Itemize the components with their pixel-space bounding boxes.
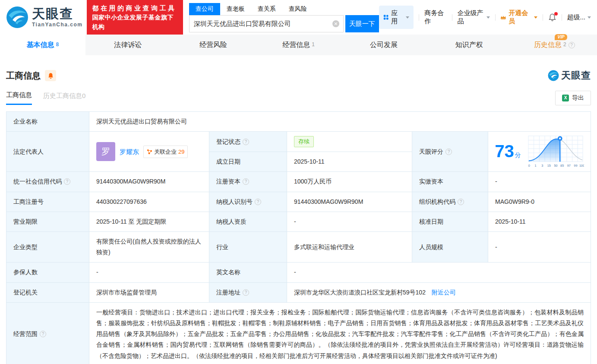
- help-icon[interactable]: [40, 331, 46, 337]
- taxpayer-id-label: 纳税人识别号: [209, 192, 287, 212]
- taxpayer-id-value: 91440300MAG0W9R90M: [287, 192, 412, 212]
- help-icon[interactable]: [569, 42, 575, 48]
- tianyancha-logo[interactable]: 天眼查 TianYanCha.com: [6, 6, 82, 28]
- table-row: 企业类型 有限责任公司(自然人投资或控股的法人独资) 行业 多式联运和运输代理业…: [6, 232, 591, 263]
- monitor-bell-button[interactable]: [45, 70, 56, 81]
- business-coop-link[interactable]: 商务合作: [424, 9, 446, 25]
- legal-rep-label: 法定代表人: [6, 132, 89, 172]
- label-text: 统一社会信用代码: [13, 178, 62, 185]
- bell-icon: [47, 73, 54, 79]
- score-cell: 73分: [488, 132, 591, 172]
- search-area: 查公司 查老板 查关系 查风险 天眼一下: [189, 2, 379, 32]
- help-icon[interactable]: [458, 199, 464, 205]
- company-name-value: 深圳天元优品进出口贸易有限公司: [89, 112, 591, 132]
- watermark-text: 天眼查: [561, 69, 591, 82]
- tab-label: 历史信息: [534, 41, 562, 50]
- tab-label: 经营风险: [199, 41, 227, 50]
- business-scope-value: 一般经营项目：货物进出口；技术进出口；进出口代理；报关业务；报检业务；国际船舶代…: [89, 302, 591, 364]
- tab-history-info[interactable]: VIP 历史信息 2: [512, 35, 597, 55]
- svg-text:97: 97: [567, 164, 570, 168]
- business-term-value: 2025-10-11 至 无固定期限: [89, 212, 209, 231]
- notifications-bell[interactable]: [548, 13, 556, 22]
- taxpayer-quality-value: -: [287, 212, 412, 231]
- enterprise-products-label: 企业级产品: [457, 9, 484, 25]
- help-icon[interactable]: [445, 149, 452, 155]
- clear-input-icon[interactable]: [332, 20, 339, 27]
- reg-authority-value: 深圳市市场监督管理局: [89, 282, 209, 302]
- export-label: 导出: [572, 94, 584, 102]
- tianyancha-watermark: 天眼查: [548, 69, 591, 82]
- apps-menu[interactable]: 应用: [379, 6, 414, 29]
- tab-business-info[interactable]: 经营信息 1: [256, 35, 341, 55]
- status-badge: 存续: [294, 136, 314, 147]
- score-distribution-chart: 0 1 3 15 50 85 97 99 100: [527, 134, 584, 169]
- score-value: 73: [495, 142, 514, 161]
- tab-company-development[interactable]: 公司发展: [341, 35, 426, 55]
- search-tab-boss[interactable]: 查老板: [220, 3, 251, 15]
- help-icon[interactable]: [243, 289, 249, 296]
- tab-operation-risk[interactable]: 经营风险: [171, 35, 256, 55]
- paid-capital-value: -: [488, 172, 591, 192]
- username: 超级...: [567, 13, 586, 22]
- tab-intellectual-property[interactable]: 知识产权: [426, 35, 512, 55]
- enterprise-products-menu[interactable]: 企业级产品: [457, 9, 490, 25]
- user-account-menu[interactable]: 超级...: [567, 13, 591, 22]
- divider: [495, 14, 496, 21]
- search-tab-risk[interactable]: 查风险: [282, 3, 313, 15]
- help-icon[interactable]: [255, 199, 261, 205]
- tab-label: 基本信息: [26, 41, 54, 50]
- svg-text:100: 100: [579, 164, 584, 168]
- subtab-history-business-info[interactable]: 历史工商信息0: [43, 92, 85, 104]
- help-icon[interactable]: [243, 139, 249, 145]
- taxpayer-quality-label: 纳税人资质: [209, 212, 287, 231]
- tianyancha-logo-icon: [6, 6, 28, 28]
- search-tab-relation[interactable]: 查关系: [251, 3, 282, 15]
- table-row: 参保人数 - 英文名称 -: [6, 263, 591, 282]
- label-text: 注册地址: [216, 289, 240, 296]
- related-companies-badge[interactable]: 关联企业 29: [143, 146, 188, 158]
- logo-subtitle: TianYanCha.com: [32, 22, 82, 28]
- crown-icon: [500, 14, 506, 20]
- search-tab-company[interactable]: 查公司: [189, 3, 220, 15]
- subtab-business-info[interactable]: 工商信息: [6, 91, 32, 105]
- label-text: 注册资本: [216, 178, 240, 185]
- est-date-label: 成立日期: [209, 152, 287, 172]
- avatar[interactable]: 罗: [96, 142, 115, 161]
- export-button[interactable]: 导出: [555, 91, 591, 105]
- tab-basic-info[interactable]: 基本信息 8: [0, 35, 85, 55]
- related-companies-label: 关联企业: [154, 147, 177, 157]
- table-row: 统一社会信用代码 91440300MAG0W9R90M 注册资本 1000万人民…: [6, 172, 591, 192]
- svg-text:50: 50: [554, 164, 557, 168]
- divider: [452, 14, 452, 21]
- paid-capital-label: 实缴资本: [412, 172, 488, 192]
- business-info-table: 企业名称 深圳天元优品进出口贸易有限公司 法定代表人 罗 罗耀东 关联企业: [6, 111, 591, 364]
- help-icon[interactable]: [64, 178, 70, 185]
- staff-size-value: -: [488, 232, 591, 263]
- chevron-down-icon: [534, 16, 537, 19]
- staff-size-label: 人员规模: [412, 232, 488, 263]
- network-icon: [147, 149, 152, 155]
- table-row: 工商注册号 440300227097636 纳税人识别号 91440300MAG…: [6, 192, 591, 212]
- label-text: 经营范围: [13, 330, 38, 337]
- table-row: 企业名称 深圳天元优品进出口贸易有限公司: [6, 112, 591, 132]
- approval-date-label: 核准日期: [412, 212, 488, 231]
- open-vip-menu[interactable]: 开通会员: [500, 9, 537, 25]
- search-input[interactable]: [189, 15, 344, 32]
- related-companies-count: 29: [178, 147, 184, 157]
- credit-code-label: 统一社会信用代码: [6, 172, 89, 192]
- notification-badge-dot: [554, 12, 558, 16]
- slogan-line1: 都在用的商业查询工具: [92, 3, 177, 13]
- nearby-companies-link[interactable]: 附近公司: [432, 289, 456, 296]
- org-code-value: MAG0W9R9-0: [488, 192, 591, 212]
- svg-text:99: 99: [574, 164, 577, 168]
- tab-label: 知识产权: [455, 41, 483, 50]
- reg-capital-value: 1000万人民币: [287, 172, 412, 192]
- slogan-line2: 国家中小企业发展子基金旗下机构: [92, 13, 177, 32]
- reg-address-value: 深圳市龙华区大浪街道浪口社区宝龙新村59号102: [294, 289, 426, 296]
- est-date-value: 2025-10-11: [287, 152, 412, 172]
- excel-icon: [562, 95, 569, 101]
- help-icon[interactable]: [243, 178, 249, 185]
- legal-rep-link[interactable]: 罗耀东: [120, 146, 139, 158]
- search-button[interactable]: 天眼一下: [345, 15, 379, 32]
- tab-legal-proceedings[interactable]: 法律诉讼: [85, 35, 171, 55]
